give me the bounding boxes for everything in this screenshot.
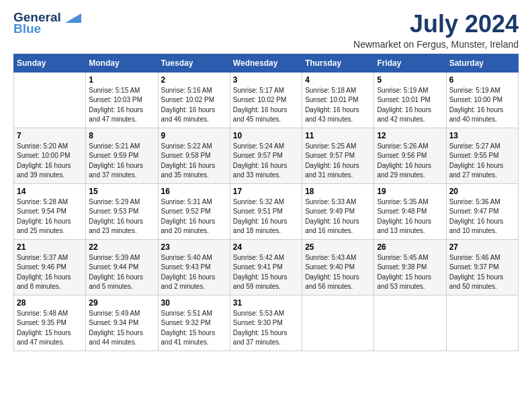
day-number: 30	[161, 298, 227, 308]
calendar-cell: 22Sunrise: 5:39 AMSunset: 9:44 PMDayligh…	[86, 239, 158, 295]
weekday-header-tuesday: Tuesday	[158, 54, 230, 72]
day-number: 20	[449, 187, 515, 196]
svg-marker-0	[65, 13, 81, 23]
calendar-cell: 28Sunrise: 5:48 AMSunset: 9:35 PMDayligh…	[14, 295, 86, 351]
day-info: Sunrise: 5:39 AMSunset: 9:44 PMDaylight:…	[89, 253, 154, 292]
day-number: 26	[377, 242, 443, 252]
day-info: Sunrise: 5:35 AMSunset: 9:48 PMDaylight:…	[377, 197, 443, 236]
day-number: 27	[449, 242, 515, 252]
day-number: 5	[377, 75, 443, 85]
month-title: July 2024	[353, 11, 519, 38]
subtitle: Newmarket on Fergus, Munster, Ireland	[353, 39, 519, 50]
day-info: Sunrise: 5:49 AMSunset: 9:34 PMDaylight:…	[89, 309, 154, 348]
calendar-cell: 7Sunrise: 5:20 AMSunset: 10:00 PMDayligh…	[14, 128, 86, 183]
day-number: 19	[377, 187, 443, 196]
day-number: 25	[305, 242, 371, 252]
weekday-header-wednesday: Wednesday	[230, 54, 302, 72]
day-number: 23	[161, 242, 227, 252]
calendar-cell: 25Sunrise: 5:43 AMSunset: 9:40 PMDayligh…	[302, 239, 374, 295]
calendar-cell: 24Sunrise: 5:42 AMSunset: 9:41 PMDayligh…	[230, 239, 302, 295]
day-info: Sunrise: 5:18 AMSunset: 10:01 PMDaylight…	[305, 86, 371, 125]
day-info: Sunrise: 5:42 AMSunset: 9:41 PMDaylight:…	[233, 253, 299, 292]
weekday-header-monday: Monday	[86, 54, 158, 72]
day-info: Sunrise: 5:21 AMSunset: 9:59 PMDaylight:…	[89, 142, 154, 181]
day-number: 13	[449, 131, 515, 140]
day-info: Sunrise: 5:19 AMSunset: 10:01 PMDaylight…	[377, 86, 443, 125]
calendar-cell: 27Sunrise: 5:46 AMSunset: 9:37 PMDayligh…	[446, 239, 518, 295]
day-info: Sunrise: 5:26 AMSunset: 9:56 PMDaylight:…	[377, 142, 443, 181]
day-number: 8	[89, 131, 154, 140]
calendar-cell: 15Sunrise: 5:29 AMSunset: 9:53 PMDayligh…	[86, 183, 158, 239]
day-number: 18	[305, 187, 371, 196]
logo-blue: Blue	[13, 22, 41, 35]
weekday-header-sunday: Sunday	[14, 54, 86, 72]
calendar-cell	[374, 295, 446, 351]
weekday-header-thursday: Thursday	[302, 54, 374, 72]
day-info: Sunrise: 5:51 AMSunset: 9:32 PMDaylight:…	[161, 309, 227, 348]
day-number: 31	[233, 298, 299, 308]
week-row-5: 28Sunrise: 5:48 AMSunset: 9:35 PMDayligh…	[14, 295, 519, 351]
day-info: Sunrise: 5:31 AMSunset: 9:52 PMDaylight:…	[161, 197, 227, 236]
calendar-cell: 10Sunrise: 5:24 AMSunset: 9:57 PMDayligh…	[230, 128, 302, 183]
calendar-cell: 16Sunrise: 5:31 AMSunset: 9:52 PMDayligh…	[158, 183, 230, 239]
day-info: Sunrise: 5:36 AMSunset: 9:47 PMDaylight:…	[449, 197, 515, 236]
calendar-body: 1Sunrise: 5:15 AMSunset: 10:03 PMDayligh…	[14, 72, 519, 351]
calendar-cell: 2Sunrise: 5:16 AMSunset: 10:02 PMDayligh…	[158, 72, 230, 128]
calendar-cell: 3Sunrise: 5:17 AMSunset: 10:02 PMDayligh…	[230, 72, 302, 128]
day-info: Sunrise: 5:28 AMSunset: 9:54 PMDaylight:…	[17, 197, 83, 236]
day-info: Sunrise: 5:40 AMSunset: 9:43 PMDaylight:…	[161, 253, 227, 292]
day-number: 11	[305, 131, 371, 140]
day-number: 22	[89, 242, 154, 252]
calendar-cell: 14Sunrise: 5:28 AMSunset: 9:54 PMDayligh…	[14, 183, 86, 239]
weekday-header-saturday: Saturday	[446, 54, 518, 72]
calendar-cell: 20Sunrise: 5:36 AMSunset: 9:47 PMDayligh…	[446, 183, 518, 239]
calendar-cell: 6Sunrise: 5:19 AMSunset: 10:00 PMDayligh…	[446, 72, 518, 128]
calendar-cell: 9Sunrise: 5:22 AMSunset: 9:58 PMDaylight…	[158, 128, 230, 183]
calendar-cell: 19Sunrise: 5:35 AMSunset: 9:48 PMDayligh…	[374, 183, 446, 239]
calendar-cell	[14, 72, 86, 128]
day-info: Sunrise: 5:19 AMSunset: 10:00 PMDaylight…	[449, 86, 515, 125]
day-number: 3	[233, 75, 299, 85]
day-number: 29	[89, 298, 154, 308]
day-info: Sunrise: 5:48 AMSunset: 9:35 PMDaylight:…	[17, 309, 83, 348]
day-info: Sunrise: 5:25 AMSunset: 9:57 PMDaylight:…	[305, 142, 371, 181]
day-info: Sunrise: 5:16 AMSunset: 10:02 PMDaylight…	[161, 86, 227, 125]
week-row-3: 14Sunrise: 5:28 AMSunset: 9:54 PMDayligh…	[14, 183, 519, 239]
day-info: Sunrise: 5:22 AMSunset: 9:58 PMDaylight:…	[161, 142, 227, 181]
day-info: Sunrise: 5:20 AMSunset: 10:00 PMDaylight…	[17, 142, 83, 181]
logo: General Blue	[13, 11, 81, 35]
day-info: Sunrise: 5:33 AMSunset: 9:49 PMDaylight:…	[305, 197, 371, 236]
week-row-2: 7Sunrise: 5:20 AMSunset: 10:00 PMDayligh…	[14, 128, 519, 183]
day-info: Sunrise: 5:17 AMSunset: 10:02 PMDaylight…	[233, 86, 299, 125]
calendar-table: SundayMondayTuesdayWednesdayThursdayFrid…	[13, 54, 519, 351]
day-info: Sunrise: 5:46 AMSunset: 9:37 PMDaylight:…	[449, 253, 515, 292]
day-number: 9	[161, 131, 227, 140]
calendar-cell: 26Sunrise: 5:45 AMSunset: 9:38 PMDayligh…	[374, 239, 446, 295]
calendar-cell: 17Sunrise: 5:32 AMSunset: 9:51 PMDayligh…	[230, 183, 302, 239]
day-number: 24	[233, 242, 299, 252]
calendar-cell: 1Sunrise: 5:15 AMSunset: 10:03 PMDayligh…	[86, 72, 158, 128]
day-number: 6	[449, 75, 515, 85]
weekday-header-friday: Friday	[374, 54, 446, 72]
day-number: 15	[89, 187, 154, 196]
day-info: Sunrise: 5:45 AMSunset: 9:38 PMDaylight:…	[377, 253, 443, 292]
day-info: Sunrise: 5:27 AMSunset: 9:55 PMDaylight:…	[449, 142, 515, 181]
day-number: 12	[377, 131, 443, 140]
calendar-cell	[302, 295, 374, 351]
day-number: 7	[17, 131, 83, 140]
day-number: 10	[233, 131, 299, 140]
day-number: 14	[17, 187, 83, 196]
week-row-4: 21Sunrise: 5:37 AMSunset: 9:46 PMDayligh…	[14, 239, 519, 295]
calendar-cell: 12Sunrise: 5:26 AMSunset: 9:56 PMDayligh…	[374, 128, 446, 183]
calendar-cell: 21Sunrise: 5:37 AMSunset: 9:46 PMDayligh…	[14, 239, 86, 295]
calendar-cell: 23Sunrise: 5:40 AMSunset: 9:43 PMDayligh…	[158, 239, 230, 295]
day-info: Sunrise: 5:53 AMSunset: 9:30 PMDaylight:…	[233, 309, 299, 348]
calendar-cell: 11Sunrise: 5:25 AMSunset: 9:57 PMDayligh…	[302, 128, 374, 183]
calendar-cell: 4Sunrise: 5:18 AMSunset: 10:01 PMDayligh…	[302, 72, 374, 128]
header: General Blue July 2024 Newmarket on Ferg…	[13, 11, 519, 50]
day-number: 1	[89, 75, 154, 85]
week-row-1: 1Sunrise: 5:15 AMSunset: 10:03 PMDayligh…	[14, 72, 519, 128]
logo-icon	[62, 11, 81, 23]
day-info: Sunrise: 5:15 AMSunset: 10:03 PMDaylight…	[89, 86, 154, 125]
calendar-cell: 31Sunrise: 5:53 AMSunset: 9:30 PMDayligh…	[230, 295, 302, 351]
